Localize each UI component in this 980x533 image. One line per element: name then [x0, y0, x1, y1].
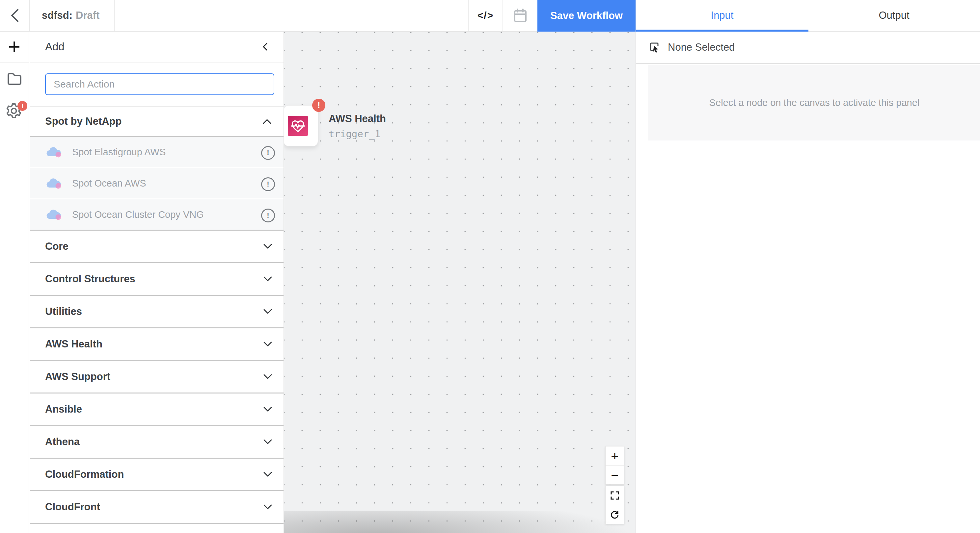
chevron-down-icon	[263, 309, 272, 314]
reset-view-button[interactable]	[606, 505, 624, 524]
tab-output[interactable]: Output	[808, 0, 980, 31]
collapse-panel-icon[interactable]	[261, 42, 270, 52]
back-chevron-icon	[9, 8, 21, 23]
category-row-utilities[interactable]: Utilities	[30, 295, 283, 327]
workflow-node[interactable]	[284, 105, 318, 146]
action-item-spot-ocean-cluster-copy-vng[interactable]: Spot Ocean Cluster Copy VNG !	[30, 199, 283, 230]
selection-status-label: None Selected	[668, 41, 735, 53]
category-label: Core	[45, 241, 68, 252]
spot-cloud-icon	[46, 209, 62, 220]
chevron-up-icon	[262, 119, 272, 124]
node-details-panel: InputOutput None Selected Select a node …	[636, 0, 980, 533]
category-row-aws-support[interactable]: AWS Support	[30, 360, 283, 392]
fullscreen-icon	[611, 491, 619, 500]
add-actions-panel: Add Spot by NetApp Spot Elastigroup AWS …	[30, 32, 284, 533]
info-icon[interactable]: !	[261, 209, 275, 222]
spot-cloud-icon	[46, 146, 62, 158]
chevron-down-icon	[263, 243, 272, 249]
workflow-canvas[interactable]: ! AWS Health trigger_1 + −	[284, 32, 636, 533]
search-row	[30, 63, 283, 106]
action-item-spot-ocean-aws[interactable]: Spot Ocean AWS !	[30, 168, 283, 198]
node-id: trigger_1	[329, 128, 380, 140]
chevron-down-icon	[263, 406, 272, 412]
heart-pulse-icon	[290, 118, 306, 134]
selection-status-row: None Selected	[636, 32, 980, 64]
category-row-core[interactable]: Core	[30, 230, 283, 262]
workflow-title: sdfsd: Draft	[30, 0, 115, 31]
action-item-label: Spot Ocean Cluster Copy VNG	[72, 209, 204, 220]
category-label: Athena	[45, 436, 80, 448]
category-label: CloudFormation	[45, 468, 124, 481]
back-button[interactable]	[0, 0, 30, 31]
category-list: Core Control Structures Utilities AWS He…	[30, 230, 283, 533]
chevron-down-icon	[263, 276, 272, 282]
workflow-status-badge: Draft	[76, 10, 99, 21]
folder-icon	[7, 72, 22, 86]
io-tab-bar: InputOutput	[636, 0, 980, 32]
category-row-athena[interactable]: Athena	[30, 425, 283, 458]
zoom-controls: + −	[605, 446, 624, 485]
category-row-cloudfront[interactable]: CloudFront	[30, 490, 283, 523]
spot-cloud-icon	[46, 178, 62, 189]
action-item-label: Spot Elastigroup AWS	[72, 147, 165, 158]
node-title: AWS Health	[329, 113, 386, 125]
active-tab-underline	[636, 30, 808, 32]
info-icon[interactable]: !	[261, 177, 275, 191]
chevron-down-icon	[263, 374, 272, 380]
category-label: CloudFront	[45, 501, 100, 513]
category-label: Ansible	[45, 403, 82, 415]
panel-title: Add	[45, 40, 65, 53]
empty-state-hint: Select a node on the canvas to activate …	[709, 97, 920, 108]
tab-input[interactable]: Input	[636, 0, 808, 31]
zoom-out-button[interactable]: −	[606, 465, 624, 484]
left-icon-rail: + !	[0, 32, 29, 533]
workflow-name: sdfsd:	[42, 10, 72, 21]
category-label: Control Structures	[45, 273, 135, 285]
section-spot-by-netapp[interactable]: Spot by NetApp	[30, 106, 283, 137]
search-input[interactable]	[45, 73, 274, 95]
save-workflow-button[interactable]: Save Workflow	[538, 0, 636, 32]
new-workflow-button[interactable]: +	[0, 32, 29, 62]
category-row-cloudformation[interactable]: CloudFormation	[30, 458, 283, 490]
zoom-in-button[interactable]: +	[606, 446, 624, 465]
top-bar: sdfsd: Draft </> Save Workflow	[0, 0, 636, 32]
chevron-down-icon	[263, 439, 272, 445]
chevron-down-icon	[263, 471, 272, 477]
chevron-down-icon	[263, 341, 272, 347]
category-row-aws-health[interactable]: AWS Health	[30, 327, 283, 360]
spot-items-list: Spot Elastigroup AWS ! Spot Ocean AWS ! …	[30, 137, 283, 231]
calendar-icon	[513, 8, 527, 23]
code-view-button[interactable]: </>	[468, 0, 503, 31]
fit-view-button[interactable]	[606, 486, 624, 505]
node-error-badge: !	[312, 99, 325, 112]
category-row-ansible[interactable]: Ansible	[30, 392, 283, 425]
action-item-label: Spot Ocean AWS	[72, 178, 146, 189]
panel-header: Add	[30, 32, 283, 62]
info-icon[interactable]: !	[261, 146, 275, 160]
category-label: AWS Health	[45, 338, 102, 350]
workflows-folder-button[interactable]	[7, 72, 22, 86]
view-controls	[605, 485, 624, 524]
category-row-cloudwatch[interactable]: CloudWatch	[30, 523, 283, 533]
category-row-control-structures[interactable]: Control Structures	[30, 262, 283, 295]
settings-alert-badge: !	[18, 101, 27, 111]
section-label: Spot by NetApp	[45, 116, 122, 127]
schedule-button[interactable]	[503, 0, 538, 31]
refresh-icon	[610, 510, 619, 519]
category-label: AWS Support	[45, 371, 110, 382]
category-label: Utilities	[45, 306, 82, 317]
select-cursor-icon	[649, 42, 660, 53]
empty-state-box: Select a node on the canvas to activate …	[648, 65, 980, 141]
aws-health-node-icon	[288, 116, 308, 136]
code-icon: </>	[477, 10, 494, 21]
action-item-spot-elastigroup-aws[interactable]: Spot Elastigroup AWS !	[30, 137, 283, 167]
chevron-down-icon	[263, 504, 272, 510]
